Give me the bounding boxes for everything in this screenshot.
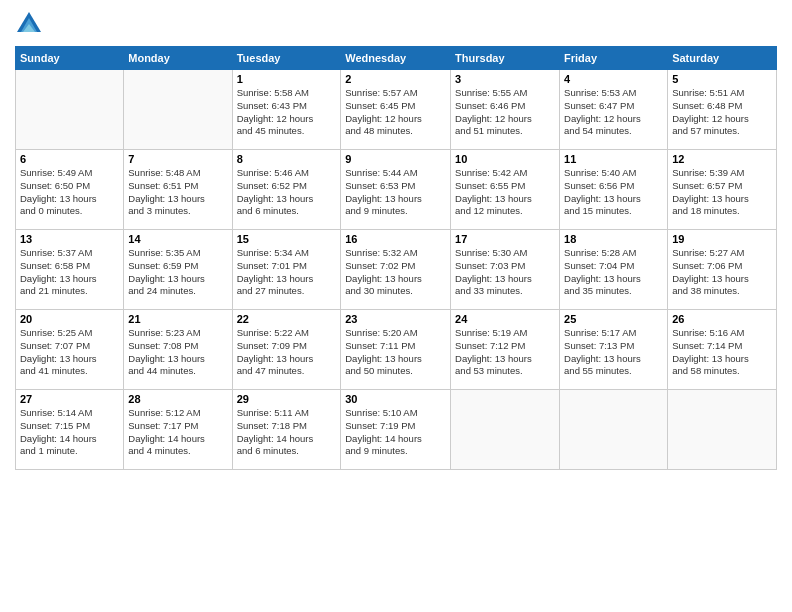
day-info: Sunrise: 5:58 AM Sunset: 6:43 PM Dayligh… [237, 87, 337, 138]
calendar-cell: 3Sunrise: 5:55 AM Sunset: 6:46 PM Daylig… [451, 70, 560, 150]
day-number: 13 [20, 233, 119, 245]
calendar-week-row: 1Sunrise: 5:58 AM Sunset: 6:43 PM Daylig… [16, 70, 777, 150]
calendar-week-row: 27Sunrise: 5:14 AM Sunset: 7:15 PM Dayli… [16, 390, 777, 470]
day-number: 30 [345, 393, 446, 405]
day-number: 28 [128, 393, 227, 405]
day-info: Sunrise: 5:22 AM Sunset: 7:09 PM Dayligh… [237, 327, 337, 378]
day-number: 7 [128, 153, 227, 165]
calendar-cell: 9Sunrise: 5:44 AM Sunset: 6:53 PM Daylig… [341, 150, 451, 230]
calendar-cell [124, 70, 232, 150]
calendar-cell [451, 390, 560, 470]
calendar-cell: 13Sunrise: 5:37 AM Sunset: 6:58 PM Dayli… [16, 230, 124, 310]
day-number: 2 [345, 73, 446, 85]
day-number: 1 [237, 73, 337, 85]
calendar-table: SundayMondayTuesdayWednesdayThursdayFrid… [15, 46, 777, 470]
page: SundayMondayTuesdayWednesdayThursdayFrid… [0, 0, 792, 612]
day-info: Sunrise: 5:53 AM Sunset: 6:47 PM Dayligh… [564, 87, 663, 138]
day-number: 25 [564, 313, 663, 325]
day-info: Sunrise: 5:37 AM Sunset: 6:58 PM Dayligh… [20, 247, 119, 298]
calendar-cell: 8Sunrise: 5:46 AM Sunset: 6:52 PM Daylig… [232, 150, 341, 230]
day-number: 10 [455, 153, 555, 165]
calendar-cell [16, 70, 124, 150]
calendar-cell: 4Sunrise: 5:53 AM Sunset: 6:47 PM Daylig… [560, 70, 668, 150]
weekday-header: Sunday [16, 47, 124, 70]
calendar-cell: 15Sunrise: 5:34 AM Sunset: 7:01 PM Dayli… [232, 230, 341, 310]
calendar-cell: 17Sunrise: 5:30 AM Sunset: 7:03 PM Dayli… [451, 230, 560, 310]
day-info: Sunrise: 5:16 AM Sunset: 7:14 PM Dayligh… [672, 327, 772, 378]
day-info: Sunrise: 5:39 AM Sunset: 6:57 PM Dayligh… [672, 167, 772, 218]
day-number: 6 [20, 153, 119, 165]
calendar-cell: 21Sunrise: 5:23 AM Sunset: 7:08 PM Dayli… [124, 310, 232, 390]
weekday-header: Friday [560, 47, 668, 70]
calendar-week-row: 6Sunrise: 5:49 AM Sunset: 6:50 PM Daylig… [16, 150, 777, 230]
day-info: Sunrise: 5:19 AM Sunset: 7:12 PM Dayligh… [455, 327, 555, 378]
day-number: 23 [345, 313, 446, 325]
logo [15, 10, 47, 38]
day-number: 22 [237, 313, 337, 325]
day-info: Sunrise: 5:51 AM Sunset: 6:48 PM Dayligh… [672, 87, 772, 138]
day-number: 11 [564, 153, 663, 165]
day-number: 21 [128, 313, 227, 325]
calendar-cell: 25Sunrise: 5:17 AM Sunset: 7:13 PM Dayli… [560, 310, 668, 390]
day-info: Sunrise: 5:10 AM Sunset: 7:19 PM Dayligh… [345, 407, 446, 458]
day-info: Sunrise: 5:44 AM Sunset: 6:53 PM Dayligh… [345, 167, 446, 218]
day-number: 18 [564, 233, 663, 245]
calendar-cell: 5Sunrise: 5:51 AM Sunset: 6:48 PM Daylig… [668, 70, 777, 150]
calendar-cell: 16Sunrise: 5:32 AM Sunset: 7:02 PM Dayli… [341, 230, 451, 310]
day-info: Sunrise: 5:30 AM Sunset: 7:03 PM Dayligh… [455, 247, 555, 298]
calendar-cell: 1Sunrise: 5:58 AM Sunset: 6:43 PM Daylig… [232, 70, 341, 150]
calendar-cell: 12Sunrise: 5:39 AM Sunset: 6:57 PM Dayli… [668, 150, 777, 230]
calendar-cell: 6Sunrise: 5:49 AM Sunset: 6:50 PM Daylig… [16, 150, 124, 230]
day-info: Sunrise: 5:27 AM Sunset: 7:06 PM Dayligh… [672, 247, 772, 298]
weekday-header: Monday [124, 47, 232, 70]
day-info: Sunrise: 5:48 AM Sunset: 6:51 PM Dayligh… [128, 167, 227, 218]
calendar-cell [668, 390, 777, 470]
day-number: 20 [20, 313, 119, 325]
calendar-cell: 18Sunrise: 5:28 AM Sunset: 7:04 PM Dayli… [560, 230, 668, 310]
day-info: Sunrise: 5:32 AM Sunset: 7:02 PM Dayligh… [345, 247, 446, 298]
weekday-header: Wednesday [341, 47, 451, 70]
calendar-cell: 11Sunrise: 5:40 AM Sunset: 6:56 PM Dayli… [560, 150, 668, 230]
day-info: Sunrise: 5:34 AM Sunset: 7:01 PM Dayligh… [237, 247, 337, 298]
calendar-cell: 20Sunrise: 5:25 AM Sunset: 7:07 PM Dayli… [16, 310, 124, 390]
day-info: Sunrise: 5:20 AM Sunset: 7:11 PM Dayligh… [345, 327, 446, 378]
calendar-week-row: 13Sunrise: 5:37 AM Sunset: 6:58 PM Dayli… [16, 230, 777, 310]
calendar-cell: 14Sunrise: 5:35 AM Sunset: 6:59 PM Dayli… [124, 230, 232, 310]
day-number: 29 [237, 393, 337, 405]
header [15, 10, 777, 38]
day-info: Sunrise: 5:25 AM Sunset: 7:07 PM Dayligh… [20, 327, 119, 378]
calendar-cell [560, 390, 668, 470]
calendar-cell: 23Sunrise: 5:20 AM Sunset: 7:11 PM Dayli… [341, 310, 451, 390]
day-number: 4 [564, 73, 663, 85]
day-number: 3 [455, 73, 555, 85]
day-info: Sunrise: 5:28 AM Sunset: 7:04 PM Dayligh… [564, 247, 663, 298]
day-info: Sunrise: 5:57 AM Sunset: 6:45 PM Dayligh… [345, 87, 446, 138]
calendar-cell: 22Sunrise: 5:22 AM Sunset: 7:09 PM Dayli… [232, 310, 341, 390]
day-number: 14 [128, 233, 227, 245]
day-number: 24 [455, 313, 555, 325]
calendar-cell: 19Sunrise: 5:27 AM Sunset: 7:06 PM Dayli… [668, 230, 777, 310]
calendar-cell: 26Sunrise: 5:16 AM Sunset: 7:14 PM Dayli… [668, 310, 777, 390]
day-number: 26 [672, 313, 772, 325]
calendar-week-row: 20Sunrise: 5:25 AM Sunset: 7:07 PM Dayli… [16, 310, 777, 390]
day-info: Sunrise: 5:55 AM Sunset: 6:46 PM Dayligh… [455, 87, 555, 138]
day-number: 17 [455, 233, 555, 245]
day-info: Sunrise: 5:17 AM Sunset: 7:13 PM Dayligh… [564, 327, 663, 378]
day-number: 8 [237, 153, 337, 165]
day-number: 9 [345, 153, 446, 165]
day-number: 19 [672, 233, 772, 245]
day-info: Sunrise: 5:46 AM Sunset: 6:52 PM Dayligh… [237, 167, 337, 218]
weekday-header: Tuesday [232, 47, 341, 70]
calendar-cell: 10Sunrise: 5:42 AM Sunset: 6:55 PM Dayli… [451, 150, 560, 230]
day-number: 15 [237, 233, 337, 245]
calendar-cell: 27Sunrise: 5:14 AM Sunset: 7:15 PM Dayli… [16, 390, 124, 470]
day-number: 27 [20, 393, 119, 405]
day-number: 5 [672, 73, 772, 85]
weekday-header-row: SundayMondayTuesdayWednesdayThursdayFrid… [16, 47, 777, 70]
day-info: Sunrise: 5:49 AM Sunset: 6:50 PM Dayligh… [20, 167, 119, 218]
day-info: Sunrise: 5:40 AM Sunset: 6:56 PM Dayligh… [564, 167, 663, 218]
day-info: Sunrise: 5:35 AM Sunset: 6:59 PM Dayligh… [128, 247, 227, 298]
calendar-cell: 24Sunrise: 5:19 AM Sunset: 7:12 PM Dayli… [451, 310, 560, 390]
day-info: Sunrise: 5:11 AM Sunset: 7:18 PM Dayligh… [237, 407, 337, 458]
calendar-cell: 2Sunrise: 5:57 AM Sunset: 6:45 PM Daylig… [341, 70, 451, 150]
